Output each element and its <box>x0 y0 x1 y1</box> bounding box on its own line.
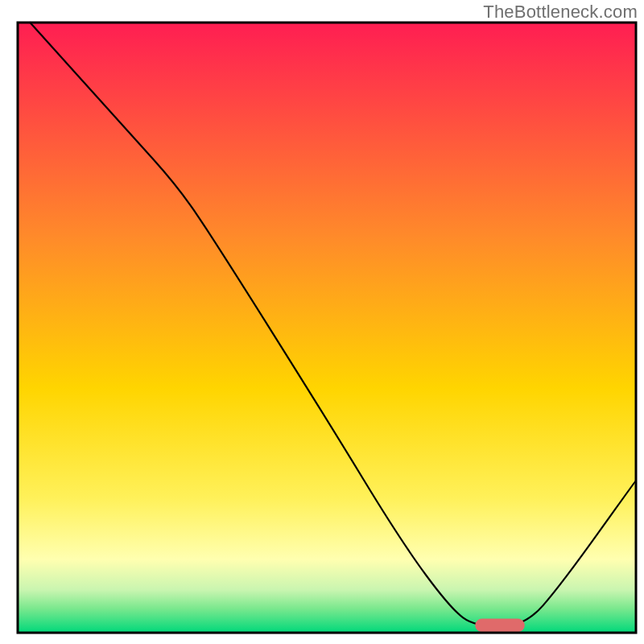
bottleneck-chart <box>0 0 644 644</box>
gradient-background <box>18 23 636 633</box>
optimal-marker <box>475 619 524 633</box>
chart-container: TheBottleneck.com <box>0 0 644 644</box>
watermark-text: TheBottleneck.com <box>483 2 638 23</box>
